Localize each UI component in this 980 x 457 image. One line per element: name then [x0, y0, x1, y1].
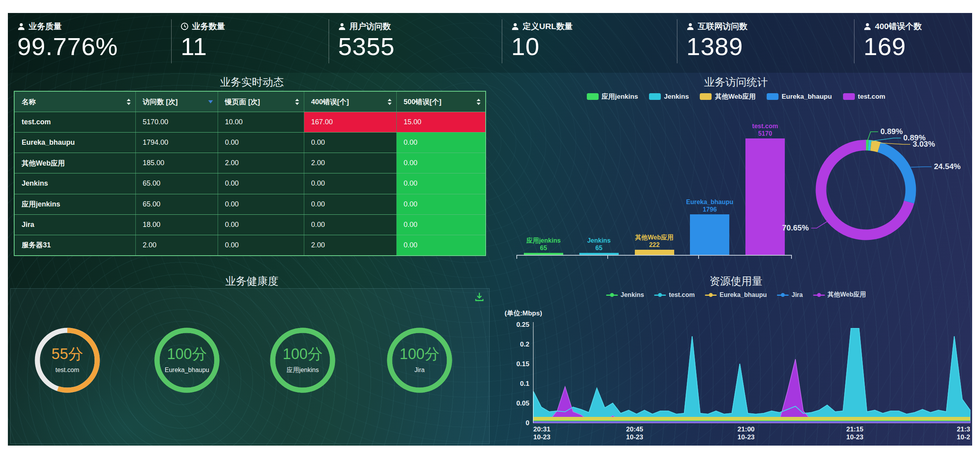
- err500-cell: 0.00: [396, 214, 486, 235]
- slow-pages-cell: 2.00: [218, 153, 304, 173]
- sort-icon[interactable]: [388, 99, 392, 105]
- kpi-card-400-errors: 400错误个数 169: [854, 13, 972, 73]
- user-icon: [686, 22, 694, 30]
- column-header-1[interactable]: 访问数 [次]: [135, 91, 218, 112]
- bar-value-label: 应用jenkins65: [526, 237, 560, 252]
- resource-area-chart: 00.050.10.150.20.2520:3110-2320:4510-232…: [502, 317, 972, 443]
- bar[interactable]: [690, 214, 729, 255]
- legend-item[interactable]: test.com: [843, 93, 886, 101]
- table-row[interactable]: Eureka_bhaupu1794.000.000.000.00: [14, 133, 486, 153]
- sort-icon[interactable]: [127, 99, 131, 105]
- health-gauge-test.com: 55分test.com: [28, 323, 107, 402]
- column-header-0[interactable]: 名称: [14, 91, 135, 112]
- x-tick-time: 21:15: [846, 426, 863, 433]
- area-testcom: [533, 328, 970, 423]
- kpi-card-service-count: 业务数量 11: [171, 13, 329, 73]
- legend-label: Eureka_bhaupu: [782, 93, 832, 101]
- visit-stats-panel-title: 业务访问统计: [500, 75, 972, 89]
- y-tick-label: 0.15: [516, 360, 529, 368]
- kpi-strip: 业务质量 99.776% 业务数量 11 用户访问数 5355 定义URL数量 …: [8, 13, 972, 73]
- bar-group: Jenkins65: [577, 237, 621, 255]
- err400-cell: 0.00: [304, 214, 396, 235]
- y-tick-label: 0.1: [520, 380, 529, 387]
- legend-item[interactable]: Jira: [777, 291, 802, 299]
- name-cell: 服务器31: [14, 235, 135, 256]
- kpi-label: 400错误个数: [875, 21, 922, 32]
- visits-cell: 65.00: [135, 194, 218, 214]
- kpi-value: 10: [511, 33, 677, 59]
- kpi-value: 1389: [686, 33, 854, 59]
- legend-item[interactable]: 应用jenkins: [587, 92, 638, 101]
- err500-cell: 0.00: [396, 194, 486, 214]
- table-row[interactable]: 其他Web应用185.002.002.000.00: [14, 153, 486, 173]
- realtime-table-header: 名称访问数 [次]慢页面 [次]400错误[个]500错误[个]: [14, 91, 486, 112]
- gauge-score: 55分: [52, 346, 83, 362]
- slow-pages-cell: 0.00: [218, 133, 304, 153]
- kpi-value: 11: [181, 33, 329, 59]
- donut-label-line: [871, 138, 901, 141]
- legend-item[interactable]: 其他Web应用: [700, 92, 756, 101]
- legend-label: 其他Web应用: [828, 291, 866, 299]
- visits-cell: 2.00: [135, 235, 218, 256]
- resource-panel-title: 资源使用量: [500, 274, 972, 288]
- column-label: 400错误[个]: [311, 98, 349, 106]
- column-header-3[interactable]: 400错误[个]: [304, 91, 396, 112]
- gauge-score: 100分: [283, 346, 322, 362]
- table-row[interactable]: test.com5170.0010.00167.0015.00: [14, 112, 486, 133]
- err500-cell: 0.00: [396, 173, 486, 194]
- legend-item[interactable]: test.com: [654, 291, 695, 299]
- x-tick-time: 21:3: [957, 426, 970, 433]
- health-panel: 55分test.com100分Eureka_bhaupu100分应用jenkin…: [10, 288, 490, 444]
- x-tick-date: 10-23: [738, 433, 754, 441]
- table-row[interactable]: 应用jenkins65.000.000.000.00: [14, 194, 486, 214]
- column-header-4[interactable]: 500错误[个]: [396, 91, 486, 112]
- donut-slice-test.com[interactable]: [810, 135, 921, 245]
- sort-desc-icon[interactable]: [208, 100, 213, 103]
- legend-label: test.com: [858, 93, 886, 101]
- donut-label-line: [811, 221, 827, 228]
- legend-swatch: [843, 93, 855, 100]
- err500-cell: 0.00: [396, 235, 486, 256]
- health-gauge-Eureka_bhaupu: 100分Eureka_bhaupu: [148, 323, 226, 402]
- name-cell: 其他Web应用: [14, 153, 135, 173]
- y-tick-label: 0.05: [516, 400, 529, 407]
- donut-percent-label: 0.89%: [880, 127, 903, 136]
- y-tick-label: 0: [526, 419, 529, 427]
- legend-item[interactable]: Jenkins: [649, 93, 689, 101]
- err400-cell: 0.00: [304, 173, 396, 194]
- legend-item[interactable]: Eureka_bhaupu: [705, 291, 767, 299]
- name-cell: test.com: [14, 112, 135, 133]
- download-icon[interactable]: [474, 292, 484, 302]
- donut-percent-label: 24.54%: [934, 162, 961, 171]
- table-row[interactable]: Jira18.000.000.000.00: [14, 214, 486, 235]
- legend-item[interactable]: Jenkins: [606, 291, 644, 299]
- slow-pages-cell: 0.00: [218, 235, 304, 256]
- bar-group: Eureka_bhaupu1796: [688, 198, 731, 255]
- bar-group: 应用jenkins65: [522, 237, 565, 255]
- column-header-2[interactable]: 慢页面 [次]: [218, 91, 304, 112]
- table-row[interactable]: 服务器312.000.002.000.00: [14, 235, 486, 256]
- legend-line-dot-marker: [606, 293, 618, 297]
- bar[interactable]: [635, 250, 674, 255]
- realtime-table: 名称访问数 [次]慢页面 [次]400错误[个]500错误[个] test.co…: [14, 91, 486, 256]
- visit-donut-chart: 0.89%0.89%3.03%24.54%70.65%: [773, 105, 972, 275]
- legend-swatch: [767, 93, 778, 100]
- legend-swatch: [587, 93, 599, 100]
- legend-item[interactable]: 其他Web应用: [813, 291, 866, 299]
- visits-cell: 18.00: [135, 214, 218, 235]
- table-row[interactable]: Jenkins65.000.000.000.00: [14, 173, 486, 194]
- dashboard-root: 业务质量 99.776% 业务数量 11 用户访问数 5355 定义URL数量 …: [8, 13, 972, 446]
- legend-label: test.com: [669, 291, 695, 299]
- donut-percent-label: 70.65%: [782, 223, 809, 232]
- name-cell: Jira: [14, 214, 135, 235]
- donut-slice-Eureka_bhaupu[interactable]: [810, 134, 922, 246]
- x-tick-time: 20:45: [626, 426, 643, 433]
- err500-cell: 0.00: [396, 133, 486, 153]
- legend-line-dot-marker: [705, 293, 717, 297]
- user-icon: [864, 22, 871, 30]
- sort-icon[interactable]: [477, 99, 481, 105]
- legend-item[interactable]: Eureka_bhaupu: [767, 93, 832, 101]
- gauge-score: 100分: [399, 346, 439, 362]
- sort-icon[interactable]: [295, 99, 299, 105]
- bar-value-label: Eureka_bhaupu1796: [686, 198, 733, 213]
